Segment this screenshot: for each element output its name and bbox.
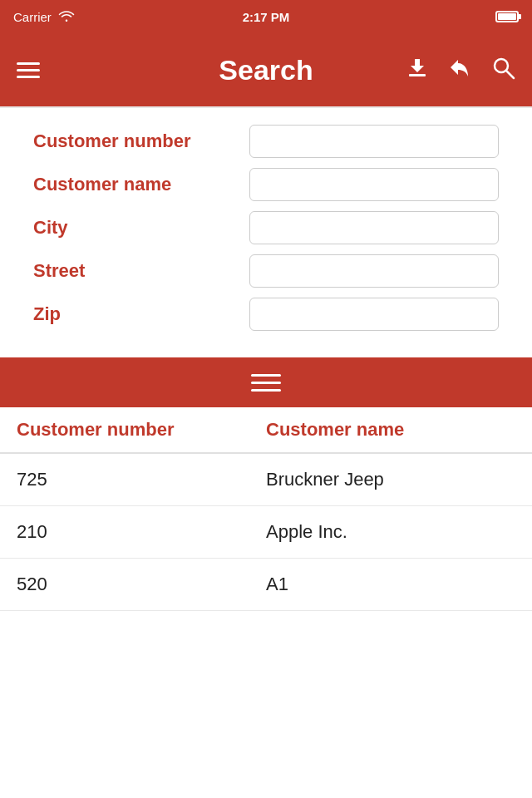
- search-icon[interactable]: [492, 57, 515, 83]
- column-header-number: Customer number: [17, 419, 266, 441]
- back-icon[interactable]: [449, 57, 472, 82]
- cell-customer-name: A1: [266, 574, 515, 595]
- svg-rect-0: [409, 74, 426, 76]
- middle-menu-icon[interactable]: [251, 374, 281, 392]
- download-icon[interactable]: [406, 56, 429, 84]
- form-row-customer-name: Customer name: [33, 168, 499, 201]
- table-row[interactable]: 210 Apple Inc.: [0, 506, 532, 559]
- page-title: Search: [219, 54, 313, 86]
- customer-name-input[interactable]: [249, 168, 499, 201]
- customer-number-label: Customer number: [33, 131, 249, 152]
- nav-left: [17, 62, 40, 78]
- table-header: Customer number Customer name: [0, 407, 532, 454]
- customer-name-label: Customer name: [33, 174, 249, 195]
- form-row-city: City: [33, 211, 499, 244]
- table-row[interactable]: 725 Bruckner Jeep: [0, 454, 532, 506]
- column-header-name: Customer name: [266, 419, 515, 441]
- table-row[interactable]: 520 A1: [0, 559, 532, 611]
- cell-customer-number: 725: [17, 469, 266, 490]
- carrier-label: Carrier: [13, 10, 52, 24]
- cell-customer-number: 210: [17, 521, 266, 543]
- status-right: [495, 11, 519, 22]
- zip-label: Zip: [33, 303, 249, 325]
- battery-icon: [495, 11, 519, 22]
- city-input[interactable]: [249, 211, 499, 244]
- results-table: Customer number Customer name 725 Bruckn…: [0, 407, 532, 611]
- customer-number-input[interactable]: [249, 125, 499, 158]
- cell-customer-name: Bruckner Jeep: [266, 469, 515, 490]
- form-section: Customer number Customer name City Stree…: [0, 108, 532, 357]
- zip-input[interactable]: [249, 298, 499, 331]
- status-left: Carrier: [13, 9, 75, 25]
- svg-line-2: [506, 71, 514, 78]
- nav-right: [406, 56, 515, 84]
- street-label: Street: [33, 260, 249, 282]
- cell-customer-number: 520: [17, 574, 266, 595]
- nav-bar: Search: [0, 33, 532, 106]
- status-time: 2:17 PM: [243, 10, 290, 24]
- menu-icon[interactable]: [17, 62, 40, 78]
- street-input[interactable]: [249, 254, 499, 288]
- form-row-street: Street: [33, 254, 499, 288]
- city-label: City: [33, 217, 249, 239]
- cell-customer-name: Apple Inc.: [266, 521, 515, 543]
- form-row-zip: Zip: [33, 298, 499, 331]
- form-row-customer-number: Customer number: [33, 125, 499, 158]
- status-bar: Carrier 2:17 PM: [0, 0, 532, 33]
- wifi-icon: [58, 9, 75, 25]
- middle-toolbar: [0, 357, 532, 407]
